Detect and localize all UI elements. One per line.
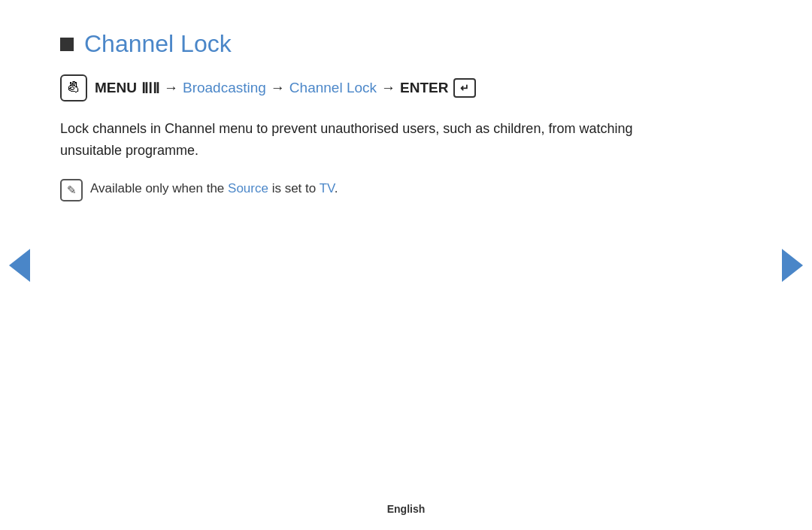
menu-lines: ⅡⅠⅡ bbox=[141, 80, 159, 97]
enter-icon: ↵ bbox=[453, 78, 476, 98]
broadcasting-link[interactable]: Broadcasting bbox=[183, 80, 266, 96]
note-text-after: . bbox=[335, 181, 338, 195]
nav-left-button[interactable] bbox=[9, 249, 30, 282]
source-link[interactable]: Source bbox=[228, 181, 268, 195]
note-text: Available only when the Source is set to… bbox=[90, 178, 338, 198]
tv-link: TV bbox=[320, 181, 335, 195]
channel-lock-link[interactable]: Channel Lock bbox=[289, 80, 377, 96]
nav-right-button[interactable] bbox=[782, 249, 803, 282]
menu-hand-icon: 🖏 bbox=[60, 74, 87, 101]
enter-label: ENTER bbox=[400, 80, 448, 96]
title-row: Channel Lock bbox=[60, 30, 662, 58]
menu-navigation-row: 🖏 MENUⅡⅠⅡ → Broadcasting → Channel Lock … bbox=[60, 74, 662, 101]
footer-language: English bbox=[387, 503, 426, 515]
main-content: Channel Lock 🖏 MENUⅡⅠⅡ → Broadcasting → … bbox=[0, 0, 722, 201]
note-row: ✎ Available only when the Source is set … bbox=[60, 178, 662, 201]
note-icon: ✎ bbox=[60, 179, 83, 201]
arrow-3: → bbox=[381, 80, 395, 96]
note-text-between: is set to bbox=[268, 181, 320, 195]
arrow-2: → bbox=[271, 80, 285, 96]
menu-label: MENU bbox=[95, 80, 137, 96]
page-title: Channel Lock bbox=[84, 30, 232, 58]
description-text: Lock channels in Channel menu to prevent… bbox=[60, 118, 662, 162]
title-square-icon bbox=[60, 38, 74, 51]
note-text-before-link1: Available only when the bbox=[90, 181, 228, 195]
arrow-1: → bbox=[164, 80, 178, 96]
